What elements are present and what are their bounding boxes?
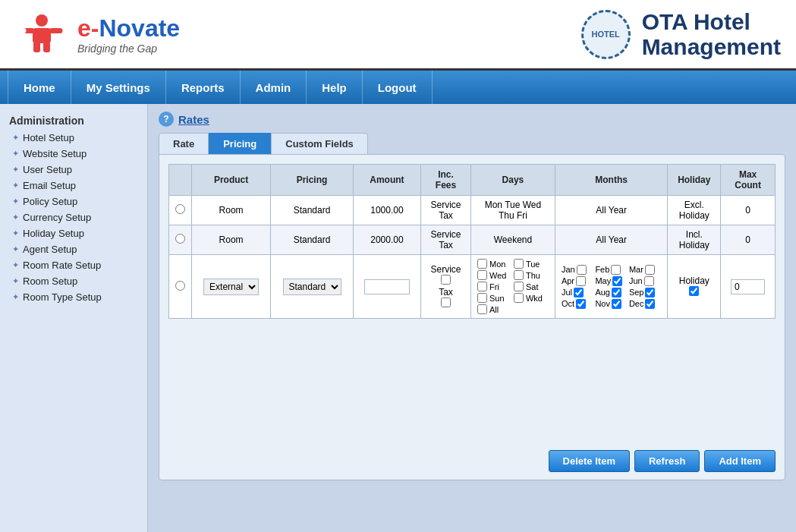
sidebar-item-room-type-setup[interactable]: ✦Room Type Setup	[0, 289, 147, 305]
day-all[interactable]	[477, 304, 487, 314]
sidebar-item-holiday-setup[interactable]: ✦Holiday Setup	[0, 225, 147, 241]
day-fri[interactable]	[477, 282, 487, 291]
sidebar-item-room-rate-setup[interactable]: ✦Room Rate Setup	[0, 257, 147, 273]
day-tue[interactable]	[514, 259, 524, 269]
tab-rate[interactable]: Rate	[159, 133, 209, 154]
sidebar-title: Administration	[0, 110, 147, 130]
logo-icon	[15, 8, 68, 61]
add-item-button[interactable]: Add Item	[704, 450, 776, 472]
row1-holiday: Excl.Holiday	[668, 196, 721, 225]
col-product: Product	[192, 165, 271, 196]
svg-rect-1	[33, 28, 51, 43]
sidebar-item-room-setup[interactable]: ✦Room Setup	[0, 273, 147, 289]
hotel-badge: HOTEL	[581, 10, 631, 59]
sidebar: Administration ✦Hotel Setup ✦Website Set…	[0, 104, 148, 532]
breadcrumb-text: Rates	[178, 113, 209, 126]
sidebar-item-hotel-setup[interactable]: ✦Hotel Setup	[0, 130, 147, 146]
amount-input[interactable]	[364, 279, 410, 294]
row2-inc-fees: ServiceTax	[421, 225, 471, 255]
bottom-actions: Delete Item Refresh Add Item	[549, 450, 776, 472]
row-new-amount[interactable]	[353, 255, 420, 319]
pricing-table: Product Pricing Amount Inc.Fees Days Mon…	[168, 164, 776, 319]
brand-prefix: e-	[77, 14, 99, 42]
pricing-select[interactable]: Standard Custom	[283, 279, 341, 295]
row2-pricing: Standard	[271, 225, 354, 255]
day-wkd[interactable]	[514, 293, 524, 303]
header: e-Novate Bridging the Gap HOTEL OTA Hote…	[0, 0, 796, 71]
help-icon: ?	[159, 112, 174, 127]
month-oct[interactable]	[576, 299, 586, 309]
day-mon[interactable]	[477, 259, 487, 269]
month-jun[interactable]	[644, 276, 654, 286]
holiday-checkbox[interactable]	[689, 286, 699, 296]
logo-tagline: Bridging the Gap	[77, 42, 180, 55]
row1-pricing: Standard	[271, 196, 354, 225]
row1-radio-cell[interactable]	[169, 196, 192, 225]
sidebar-item-email-setup[interactable]: ✦Email Setup	[0, 178, 147, 194]
month-feb[interactable]	[611, 265, 621, 275]
nav-reports[interactable]: Reports	[166, 71, 241, 104]
day-sun[interactable]	[477, 293, 487, 303]
content-area: ? Rates Rate Pricing Custom Fields Produ…	[148, 104, 796, 532]
month-sep[interactable]	[645, 288, 655, 297]
col-days: Days	[470, 165, 555, 196]
month-mar[interactable]	[645, 265, 655, 275]
tab-custom-fields[interactable]: Custom Fields	[271, 133, 368, 154]
logo-right: HOTEL OTA Hotel Management	[581, 9, 781, 59]
delete-item-button[interactable]: Delete Item	[549, 450, 630, 472]
month-aug[interactable]	[612, 288, 621, 297]
nav-admin[interactable]: Admin	[241, 71, 307, 104]
brand-name: Novate	[99, 14, 180, 42]
svg-point-7	[58, 28, 63, 33]
row-new-max-count[interactable]	[721, 255, 776, 319]
sidebar-item-policy-setup[interactable]: ✦Policy Setup	[0, 194, 147, 209]
row-new-product[interactable]: External Internal	[192, 255, 271, 319]
table-row: Room Standard 2000.00 ServiceTax Weekend…	[169, 225, 776, 255]
row-new-pricing[interactable]: Standard Custom	[271, 255, 354, 319]
row1-radio[interactable]	[175, 204, 185, 214]
row1-product: Room	[192, 196, 271, 225]
month-jul[interactable]	[574, 288, 584, 297]
col-max-count: MaxCount	[721, 165, 776, 196]
col-inc-fees: Inc.Fees	[421, 165, 471, 196]
row-new-months: Jan Feb Mar Apr May Jun Jul Aug Sep Oct	[555, 255, 668, 319]
sidebar-item-currency-setup[interactable]: ✦Currency Setup	[0, 209, 147, 225]
row2-max-count: 0	[721, 225, 776, 255]
row-new-radio-cell[interactable]	[169, 255, 192, 319]
logo-left: e-Novate Bridging the Gap	[15, 8, 180, 61]
tax-checkbox[interactable]	[441, 297, 451, 307]
day-sat[interactable]	[514, 282, 524, 291]
row2-radio-cell[interactable]	[169, 225, 192, 255]
nav-settings[interactable]: My Settings	[71, 71, 166, 104]
ota-title: OTA Hotel Management	[642, 9, 781, 59]
sidebar-item-website-setup[interactable]: ✦Website Setup	[0, 146, 147, 162]
nav-help[interactable]: Help	[307, 71, 363, 104]
sidebar-item-agent-setup[interactable]: ✦Agent Setup	[0, 241, 147, 257]
row-new-inc-fees: Service Tax	[421, 255, 471, 319]
max-count-input[interactable]	[731, 279, 765, 294]
nav-home[interactable]: Home	[8, 71, 71, 104]
day-wed[interactable]	[477, 270, 487, 280]
logo-text: e-Novate Bridging the Gap	[77, 14, 180, 55]
row1-inc-fees: ServiceTax	[421, 196, 471, 225]
row1-amount: 1000.00	[353, 196, 420, 225]
day-thu[interactable]	[514, 270, 524, 280]
col-months: Months	[555, 165, 668, 196]
row2-radio[interactable]	[175, 234, 185, 244]
main-layout: Administration ✦Hotel Setup ✦Website Set…	[0, 104, 796, 532]
month-jan[interactable]	[577, 265, 587, 275]
nav-bar: Home My Settings Reports Admin Help Logo…	[0, 71, 796, 104]
month-nov[interactable]	[612, 299, 621, 309]
nav-logout[interactable]: Logout	[363, 71, 433, 104]
month-dec[interactable]	[645, 299, 655, 309]
month-apr[interactable]	[576, 276, 586, 286]
table-container: Product Pricing Amount Inc.Fees Days Mon…	[159, 154, 785, 480]
row-new-radio[interactable]	[175, 281, 185, 291]
col-pricing: Pricing	[271, 165, 354, 196]
tab-pricing[interactable]: Pricing	[209, 133, 271, 154]
service-tax-checkbox[interactable]	[441, 275, 451, 285]
refresh-button[interactable]: Refresh	[634, 450, 700, 472]
sidebar-item-user-setup[interactable]: ✦User Setup	[0, 162, 147, 178]
product-select[interactable]: External Internal	[203, 279, 259, 295]
month-may[interactable]	[612, 276, 622, 286]
